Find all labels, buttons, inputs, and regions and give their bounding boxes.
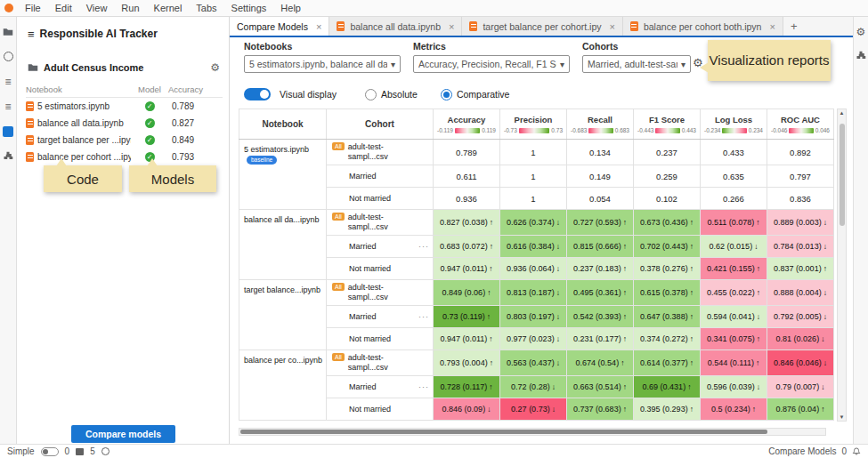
cohorts-dropdown[interactable]: Married, adult-test-sample.csv, Not ...▾ [582,55,691,73]
cell-recall: 0.737 (0.683)↑ [567,398,634,421]
vertical-scrollbar-thumb[interactable] [840,124,845,226]
close-icon[interactable]: × [769,21,775,32]
menu-run[interactable]: Run [114,2,146,14]
model-check-icon: ✓ [145,101,155,111]
menu-edit[interactable]: Edit [48,2,79,14]
notebook-name: 5 estimators.ipynb [244,145,309,154]
notebook-row[interactable]: 5 estimators.ipynb✓0.789 [26,98,223,115]
row-menu-icon[interactable]: ··· [418,382,429,391]
folder-icon [28,63,38,72]
visual-display-toggle[interactable] [244,88,271,100]
simple-mode-toggle[interactable] [41,447,59,456]
bell-icon[interactable] [852,447,861,456]
metrics-dropdown[interactable]: Accuracy, Precision, Recall, F1 Score...… [413,55,570,73]
cell-roc-auc: 0.784 (0.013)↓ [767,236,834,258]
arrow-up-icon: ↑ [821,405,824,414]
table-of-contents-icon[interactable]: ≡ [3,100,14,112]
command-palette-icon[interactable]: ≡ [3,76,14,87]
extensions-puzzle-icon[interactable] [856,50,867,61]
tab-balance-per-cohort-both-ipyn[interactable]: balance per cohort both.ipyn× [623,17,783,36]
cell-accuracy: 0.73 (0.119)↑ [434,306,500,328]
dropdown-value: 5 estimators.ipynb, balance all data... [249,59,387,69]
cohort-name: adult-test-sampl...csv [348,353,403,374]
menu-view[interactable]: View [79,2,115,14]
metric-value: 0.673 (0.436) [640,218,688,227]
project-row[interactable]: Adult Census Income ⚙ [28,61,220,74]
notebook-row[interactable]: target balance per ...ipynb✓0.849 [26,132,223,149]
metric-name: ROC AUC [771,115,830,125]
cell-log-loss: 0.341 (0.075)↑ [701,328,767,350]
arrow-up-icon: ↑ [489,264,492,273]
arrow-down-icon: ↓ [823,312,827,321]
arrow-up-icon: ↑ [690,405,694,414]
tab-target-balance-per-cohort-ipy[interactable]: target balance per cohort.ipy× [462,17,623,36]
horizontal-scrollbar[interactable] [239,428,826,436]
notebook-name: balance per co...ipynb [244,356,322,365]
cohort-name: Married [349,382,377,391]
metric-value: 0.27 (0.73) [511,405,550,414]
filter-label: Cohorts [582,41,691,52]
statusbar-compare-models[interactable]: Compare Models [768,446,836,456]
sidebar-header: ≡ Responsible AI Tracker [28,28,158,40]
radio-comparative[interactable]: Comparative [441,89,510,100]
running-kernels-icon[interactable] [3,51,14,62]
metric-value: 0.455 (0.022) [707,288,755,297]
metric-legend: -0.0460.046 [771,127,830,133]
notebook-name: 5 estimators.ipynb [37,101,110,111]
status-bar: Simple 0 5 Compare Models 0 [0,444,868,458]
cell-log-loss: 0.5 (0.234)↑ [701,398,767,421]
sidebar-title: Responsible AI Tracker [40,28,158,40]
close-icon[interactable]: × [610,21,615,32]
accuracy-value: 0.793 [168,152,223,162]
radio-label: Absolute [381,89,418,100]
legend-max: 0.234 [749,127,763,133]
tab-compare-models[interactable]: Compare Models× [230,17,329,36]
kernel-icon [101,447,110,455]
menu-help[interactable]: Help [273,2,308,14]
cell-roc-auc: 0.79 (0.007)↓ [767,376,834,398]
row-menu-icon[interactable]: ··· [418,312,429,321]
metric-value: 0.792 (0.005) [774,312,822,321]
notebook-icon [26,152,34,162]
cell-roc-auc: 0.889 (0.003)↓ [767,210,834,236]
radio-circle [365,89,377,100]
row-menu-icon[interactable]: ··· [418,242,429,251]
cohort-name: Not married [349,264,391,273]
metric-value: 0.849 (0.06) [442,288,486,297]
column-header-recall: Recall-0.6830.683 [567,109,634,140]
menu-file[interactable]: File [18,2,48,14]
arrow-up-icon: ↑ [690,358,694,367]
property-inspector-gear-icon[interactable]: ⚙ [856,26,867,37]
menu-tabs[interactable]: Tabs [189,2,223,14]
notebooks-dropdown[interactable]: 5 estimators.ipynb, balance all data...▾ [244,55,401,73]
menu-settings[interactable]: Settings [224,2,274,14]
cell-precision: 0.626 (0.374)↓ [500,210,567,236]
compare-models-button[interactable]: Compare models [71,425,175,443]
file-browser-folder-icon[interactable] [3,26,14,37]
menu-kernel[interactable]: Kernel [147,2,190,14]
tab-label: balance per cohort both.ipyn [644,21,762,32]
radio-absolute[interactable]: Absolute [365,89,418,100]
vertical-scrollbar[interactable]: ▲ ▼ [837,108,847,422]
metric-value: 0.674 (0.54) [576,358,620,367]
all-badge: All [332,142,345,150]
scroll-down-icon[interactable]: ▼ [840,414,845,420]
metric-value: 0.889 (0.003) [774,218,822,227]
arrow-up-icon: ↑ [690,312,694,321]
rai-tracker-icon[interactable] [3,125,14,137]
metric-name: Log Loss [704,115,763,125]
close-icon[interactable]: × [316,21,321,32]
arrow-down-icon: ↓ [823,288,827,297]
extension-manager-icon[interactable] [3,150,14,162]
new-tab-button[interactable]: + [783,17,805,36]
metric-value: 0.837 (0.001) [774,264,822,273]
notebook-row[interactable]: balance all data.ipynb✓0.827 [26,115,223,132]
metric-value: 0.594 (0.041) [707,312,755,321]
metric-value: 0.803 (0.197) [507,312,555,321]
horizontal-scrollbar-thumb[interactable] [240,430,767,434]
cell-log-loss: 0.635 [701,165,767,188]
tab-balance-all-data-ipynb[interactable]: balance all data.ipynb× [329,17,462,36]
close-icon[interactable]: × [449,21,454,32]
scroll-up-icon[interactable]: ▲ [840,110,845,116]
project-settings-gear-icon[interactable]: ⚙ [210,61,220,74]
